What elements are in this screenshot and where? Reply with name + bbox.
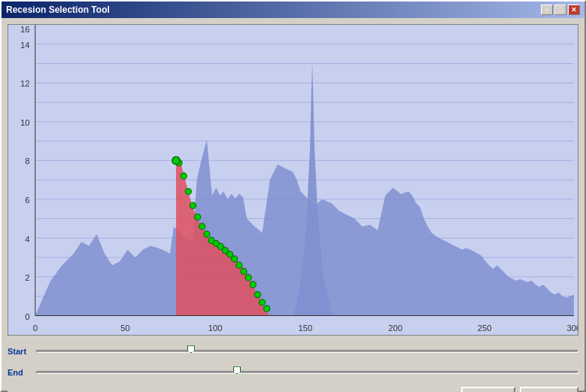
end-slider-track[interactable] xyxy=(36,371,578,374)
end-slider-thumb[interactable] xyxy=(232,365,242,380)
end-thumb-icon xyxy=(233,366,241,374)
svg-text:2: 2 xyxy=(25,273,29,282)
svg-text:10: 10 xyxy=(20,118,30,127)
minimize-button[interactable]: − xyxy=(541,5,553,15)
svg-point-47 xyxy=(236,262,242,268)
window-controls: − □ ✕ xyxy=(541,5,580,15)
svg-text:4: 4 xyxy=(25,234,29,243)
chart-svg: 0 2 4 6 8 10 12 14 16 0 50 100 150 200 2… xyxy=(8,25,578,335)
svg-text:0: 0 xyxy=(33,324,38,333)
svg-point-53 xyxy=(264,305,270,311)
start-slider-track[interactable] xyxy=(36,350,578,353)
svg-text:250: 250 xyxy=(478,324,492,333)
svg-text:300: 300 xyxy=(567,324,578,333)
close-button[interactable]: ✕ xyxy=(568,5,580,15)
svg-text:6: 6 xyxy=(25,196,29,205)
apply-button[interactable]: Apply xyxy=(461,387,515,392)
chart-area: 0 2 4 6 8 10 12 14 16 0 50 100 150 200 2… xyxy=(8,24,578,336)
svg-point-54 xyxy=(172,156,180,164)
svg-text:16: 16 xyxy=(20,25,30,34)
svg-point-37 xyxy=(190,202,196,208)
svg-point-48 xyxy=(241,269,247,275)
content-area: 0 2 4 6 8 10 12 14 16 0 50 100 150 200 2… xyxy=(2,18,584,392)
svg-point-38 xyxy=(195,214,201,220)
svg-point-36 xyxy=(185,188,191,194)
svg-text:150: 150 xyxy=(298,324,312,333)
svg-text:100: 100 xyxy=(208,324,223,333)
end-label: End xyxy=(8,368,30,377)
svg-text:14: 14 xyxy=(20,41,30,50)
svg-text:50: 50 xyxy=(120,324,130,333)
controls-area: Start End Apply Cancel xyxy=(8,340,578,392)
svg-text:8: 8 xyxy=(25,156,29,166)
maximize-button[interactable]: □ xyxy=(554,5,566,15)
start-slider-thumb[interactable] xyxy=(186,344,196,359)
start-thumb-icon xyxy=(187,345,195,353)
end-slider-row: End xyxy=(8,364,578,381)
window-title: Recesion Selection Tool xyxy=(6,5,110,15)
svg-point-51 xyxy=(254,291,260,297)
svg-text:200: 200 xyxy=(388,324,402,333)
start-label: Start xyxy=(8,347,30,356)
svg-point-35 xyxy=(181,173,187,179)
svg-point-45 xyxy=(227,251,233,257)
svg-text:12: 12 xyxy=(20,79,30,88)
svg-point-46 xyxy=(232,256,238,262)
bottom-buttons: Apply Cancel xyxy=(8,385,578,392)
svg-point-39 xyxy=(199,223,205,229)
title-bar: Recesion Selection Tool − □ ✕ xyxy=(2,2,584,18)
cancel-button[interactable]: Cancel xyxy=(520,387,578,392)
start-slider-row: Start xyxy=(8,343,578,360)
svg-point-40 xyxy=(204,231,210,237)
svg-point-52 xyxy=(259,299,265,305)
svg-point-49 xyxy=(245,275,251,281)
svg-text:0: 0 xyxy=(25,312,29,321)
svg-point-50 xyxy=(250,281,256,287)
main-window: Recesion Selection Tool − □ ✕ xyxy=(0,0,586,392)
